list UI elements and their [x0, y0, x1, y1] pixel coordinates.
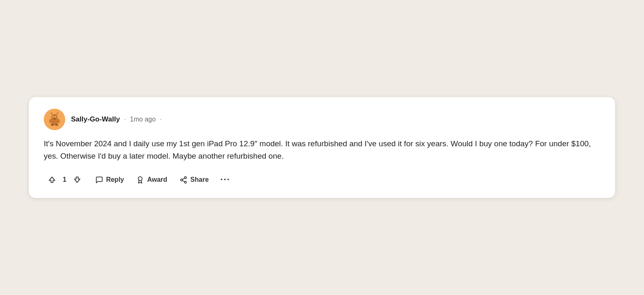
- svg-point-5: [56, 117, 56, 117]
- comment-meta: Sally-Go-Wally · 1mo ago ·: [71, 115, 162, 124]
- avatar-icon: [47, 112, 62, 127]
- svg-line-19: [182, 178, 185, 179]
- comment-body: It's November 2024 and I daily use my 1s…: [44, 138, 600, 163]
- svg-point-4: [53, 117, 54, 117]
- upvote-button[interactable]: [44, 173, 60, 187]
- comment-actions: 1 Reply Award: [44, 171, 600, 188]
- vote-count: 1: [62, 176, 67, 183]
- meta-separator-2: ·: [160, 116, 161, 123]
- reply-icon: [95, 176, 103, 184]
- share-label: Share: [190, 176, 208, 183]
- timestamp: 1mo ago: [130, 116, 156, 123]
- comment-header: Sally-Go-Wally · 1mo ago ·: [44, 109, 600, 130]
- svg-point-11: [57, 119, 60, 123]
- award-button[interactable]: Award: [131, 173, 172, 187]
- reply-label: Reply: [106, 176, 124, 183]
- downvote-button[interactable]: [69, 173, 85, 187]
- more-options-button[interactable]: ···: [216, 171, 234, 188]
- avatar: [44, 109, 65, 130]
- svg-line-18: [182, 181, 185, 182]
- reply-button[interactable]: Reply: [90, 173, 129, 187]
- share-button[interactable]: Share: [175, 173, 213, 187]
- award-label: Award: [147, 176, 167, 183]
- meta-separator-1: ·: [124, 116, 125, 123]
- more-options-icon: ···: [220, 174, 230, 185]
- award-icon: [136, 176, 144, 184]
- downvote-icon: [73, 176, 81, 184]
- svg-point-9: [57, 112, 59, 113]
- svg-point-7: [51, 112, 52, 113]
- svg-point-10: [49, 119, 52, 123]
- svg-point-1: [51, 114, 58, 121]
- comment-card: Sally-Go-Wally · 1mo ago · It's November…: [29, 97, 615, 198]
- svg-point-13: [55, 124, 58, 126]
- vote-group: 1: [44, 173, 85, 187]
- upvote-icon: [48, 176, 56, 184]
- username: Sally-Go-Wally: [71, 115, 120, 124]
- share-icon: [180, 176, 187, 184]
- svg-point-12: [51, 124, 54, 126]
